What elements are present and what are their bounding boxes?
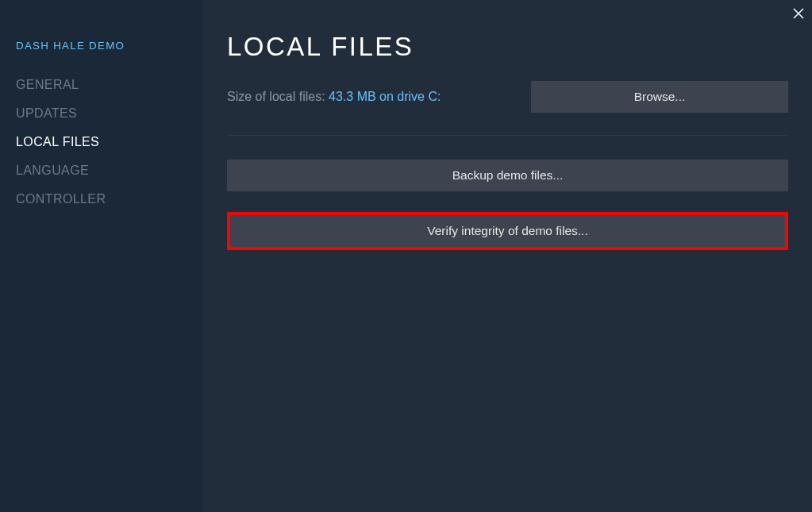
sidebar-item-language[interactable]: LANGUAGE bbox=[16, 156, 203, 185]
sidebar: DASH HALE DEMO GENERAL UPDATES LOCAL FIL… bbox=[0, 0, 203, 512]
app-title: DASH HALE DEMO bbox=[16, 40, 203, 52]
size-info: Size of local files: 43.3 MB on drive C: bbox=[227, 90, 441, 104]
close-icon[interactable] bbox=[791, 6, 806, 24]
divider bbox=[227, 135, 788, 136]
info-row: Size of local files: 43.3 MB on drive C:… bbox=[227, 81, 788, 113]
size-label: Size of local files: bbox=[227, 90, 329, 103]
sidebar-item-controller[interactable]: CONTROLLER bbox=[16, 185, 203, 214]
highlight-annotation: Verify integrity of demo files... bbox=[227, 212, 788, 250]
size-value: 43.3 MB on drive C: bbox=[329, 90, 441, 103]
sidebar-item-general[interactable]: GENERAL bbox=[16, 71, 203, 99]
backup-button[interactable]: Backup demo files... bbox=[227, 160, 788, 191]
page-title: LOCAL FILES bbox=[227, 32, 788, 62]
browse-button[interactable]: Browse... bbox=[531, 81, 788, 113]
verify-button[interactable]: Verify integrity of demo files... bbox=[230, 215, 785, 247]
main-panel: LOCAL FILES Size of local files: 43.3 MB… bbox=[203, 0, 812, 512]
sidebar-item-updates[interactable]: UPDATES bbox=[16, 99, 203, 128]
sidebar-item-local-files[interactable]: LOCAL FILES bbox=[16, 128, 203, 156]
